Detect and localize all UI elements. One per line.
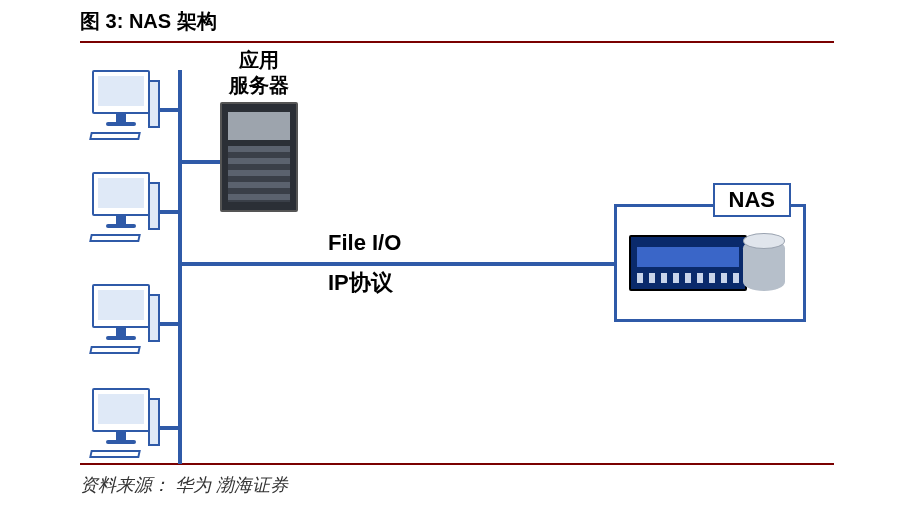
server-label: 应用 服务器	[220, 48, 298, 98]
source-label: 资料来源：	[80, 475, 170, 495]
network-bus-vertical	[178, 70, 182, 464]
connector-line-fileio	[180, 262, 614, 266]
client-pc-icon	[88, 284, 160, 360]
client-pc-icon	[88, 70, 160, 146]
nas-label: NAS	[713, 183, 791, 217]
app-server: 应用 服务器	[220, 48, 298, 212]
server-label-line1: 应用	[239, 49, 279, 71]
figure-caption: 图 3: NAS 架构	[80, 0, 834, 35]
client-pc-icon	[88, 172, 160, 248]
diagram-canvas: 应用 服务器 File I/O IP协议 NAS	[80, 44, 834, 474]
client-pc-icon	[88, 388, 160, 464]
figure-source: 资料来源： 华为 渤海证券	[80, 473, 834, 497]
server-label-line2: 服务器	[229, 74, 289, 96]
protocol-label-fileio: File I/O	[328, 230, 401, 256]
server-icon	[220, 102, 298, 212]
top-rule	[80, 41, 834, 43]
storage-disk-icon	[743, 239, 785, 291]
nas-device-icon	[629, 235, 747, 291]
protocol-label-ip: IP协议	[328, 268, 393, 298]
connector-line	[160, 108, 178, 112]
connector-line	[160, 426, 178, 430]
connector-line	[160, 210, 178, 214]
nas-container: NAS	[614, 204, 806, 322]
connector-line	[160, 322, 178, 326]
source-value: 华为 渤海证券	[175, 475, 288, 495]
